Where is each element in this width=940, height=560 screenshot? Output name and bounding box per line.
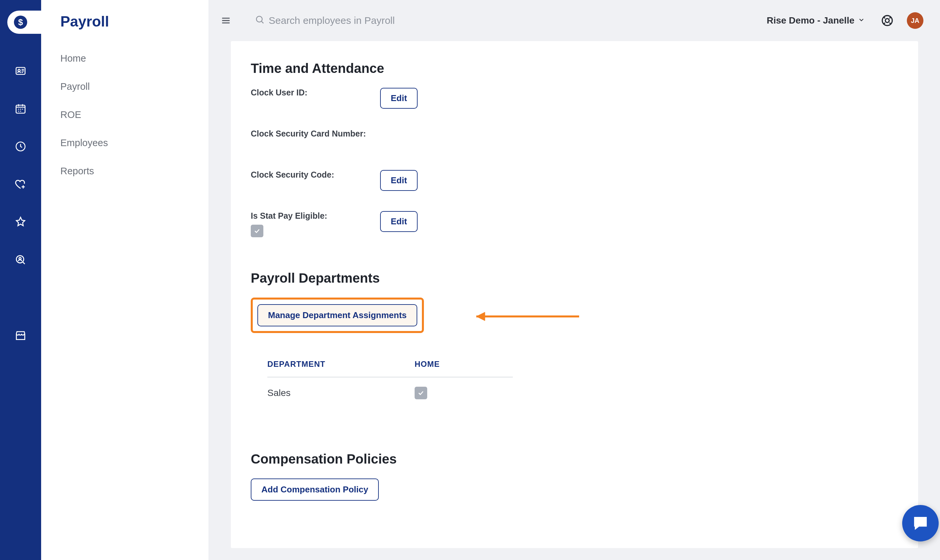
value-clock-security-code [251,183,380,194]
svg-point-8 [19,257,21,260]
sidebar-title: Payroll [60,13,195,30]
field-clock-user-id: Clock User ID: Edit [251,88,898,121]
col-department: DEPARTMENT [267,360,415,369]
field-stat-pay: Is Stat Pay Eligible: Edit [251,211,898,244]
section-title-payroll-departments: Payroll Departments [251,271,898,286]
field-clock-security-card: Clock Security Card Number: [251,129,898,162]
sidebar-item-reports[interactable]: Reports [60,166,195,177]
org-selector[interactable]: Rise Demo - Janelle [767,15,865,26]
edit-clock-security-code-button[interactable]: Edit [380,170,418,191]
hamburger-icon[interactable] [219,14,233,28]
avatar[interactable]: JA [907,12,923,29]
label-clock-security-card: Clock Security Card Number: [251,129,380,138]
sidebar-nav: Home Payroll ROE Employees Reports [54,53,195,177]
panel: Time and Attendance Clock User ID: Edit … [231,41,918,548]
svg-point-9 [256,16,262,22]
annotation-highlight: Manage Department Assignments [251,298,424,333]
sidebar-item-home[interactable]: Home [60,53,195,64]
label-clock-security-code: Clock Security Code: [251,170,380,180]
value-clock-security-card [251,143,380,152]
value-clock-user-id [251,102,380,111]
rail-item-payroll[interactable]: $ [7,11,45,34]
chevron-down-icon [858,15,865,26]
section-title-time-attendance: Time and Attendance [251,61,898,76]
app-root: $ Payroll Home Payroll ROE Employees Rep… [0,0,940,560]
cell-department: Sales [267,388,415,398]
rail-item-store[interactable] [12,328,29,343]
rail-item-profile-search[interactable] [12,252,29,268]
sidebar-item-payroll[interactable]: Payroll [60,81,195,92]
sidebar: Payroll Home Payroll ROE Employees Repor… [41,0,209,560]
main-area: Rise Demo - Janelle JA Time and Attendan… [209,0,940,560]
rail-item-heart[interactable] [12,176,29,192]
rail-item-clock[interactable] [12,138,29,154]
rail-item-calendar[interactable] [12,101,29,117]
section-time-attendance: Time and Attendance Clock User ID: Edit … [251,61,898,244]
section-compensation-policies: Compensation Policies Add Compensation P… [251,452,898,501]
search-icon [255,15,265,27]
annotation-arrow-icon [463,308,582,326]
add-compensation-policy-button[interactable]: Add Compensation Policy [251,478,379,501]
manage-department-assignments-button[interactable]: Manage Department Assignments [258,304,417,326]
icon-rail: $ [0,0,41,560]
checkbox-home [415,387,427,399]
help-icon[interactable] [880,13,895,28]
departments-table: DEPARTMENT HOME Sales [267,360,513,409]
col-home: HOME [415,360,440,369]
search-input[interactable] [269,15,501,26]
checkbox-stat-pay [251,225,263,237]
search-wrap [255,15,767,27]
svg-marker-13 [476,312,485,321]
org-label: Rise Demo - Janelle [767,15,854,26]
section-payroll-departments: Payroll Departments Manage Department As… [251,271,898,409]
edit-clock-user-id-button[interactable]: Edit [380,88,418,109]
label-clock-user-id: Clock User ID: [251,88,380,97]
content: Time and Attendance Clock User ID: Edit … [209,41,940,560]
field-clock-security-code: Clock Security Code: Edit [251,170,898,203]
edit-stat-pay-button[interactable]: Edit [380,211,418,232]
avatar-initials: JA [911,17,920,25]
svg-point-11 [885,18,889,23]
section-title-compensation: Compensation Policies [251,452,898,466]
chat-help-button[interactable] [902,505,938,542]
departments-table-header: DEPARTMENT HOME [267,360,513,377]
rail-item-star[interactable] [12,214,29,230]
topbar: Rise Demo - Janelle JA [209,0,940,41]
rail-item-people[interactable] [12,63,29,79]
sidebar-item-roe[interactable]: ROE [60,109,195,120]
label-stat-pay: Is Stat Pay Eligible: [251,211,380,221]
table-row: Sales [267,377,513,409]
sidebar-item-employees[interactable]: Employees [60,137,195,148]
dollar-icon: $ [14,15,27,29]
